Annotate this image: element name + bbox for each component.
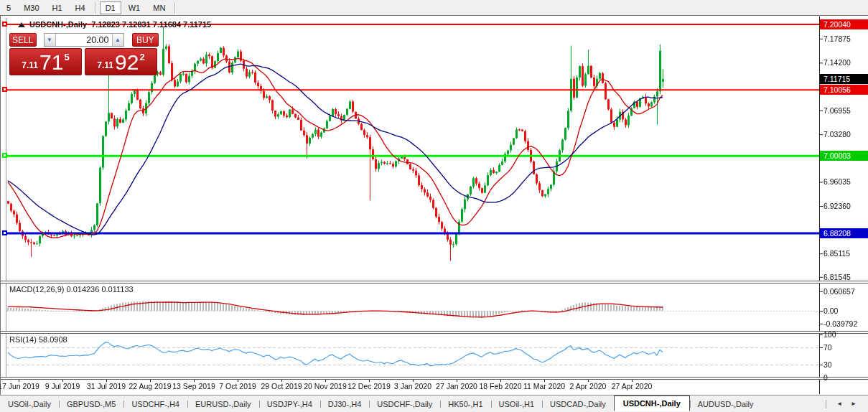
pane-left-border [6,18,6,379]
timeframe-button-d1[interactable]: D1 [100,1,121,14]
toolbar-separator [95,2,96,14]
date-tick-label: 7 Oct 2019 [219,382,256,390]
pane-splitter-rsi[interactable] [1,331,868,334]
rsi-tick-label: 70 [823,343,832,352]
date-tick-label: 3 Jan 2020 [394,382,431,390]
sell-price-sup: 5 [64,52,69,62]
sell-price-big: 71 [39,52,63,72]
rsi-label: RSI(14) 58.0908 [9,335,67,344]
date-tick-label: 17 Jun 2019 [0,382,39,390]
macd-tick-label: 0.060657 [823,287,855,296]
tab-separator [826,400,826,408]
volume-decrease-button[interactable]: ▼ [45,34,56,46]
chart-tab-usoil-h1[interactable]: USOil-,H1 [491,397,543,411]
chart-tab-usdcad-daily[interactable]: USDCAD-,Daily [542,397,614,411]
rsi-tick-label: 100 [823,330,836,339]
price-tick-label: 7.06955 [823,106,851,115]
chart-tab-usoil-daily[interactable]: USOil-,Daily [0,397,59,411]
sell-button[interactable]: SELL [9,33,37,47]
macd-tick-label: -0.039792 [823,319,857,328]
date-tick-label: 9 Jul 2019 [45,382,80,390]
chart-title-row: USDCNH-,Daily 7.12823 7.12831 7.11684 7.… [18,19,211,29]
chart-tab-bar: USOil-,DailyGBPUSD-,M5USDCHF-,H4EURUSD-,… [0,395,868,412]
timeframe-button-5[interactable]: 5 [1,1,17,14]
level-anchor-square[interactable] [2,153,7,158]
price-level-badge: 7.00003 [820,151,868,161]
date-tick-label: 27 Jan 2020 [436,382,477,390]
timeframe-button-w1[interactable]: W1 [123,1,146,14]
date-tick-label: 11 Mar 2020 [523,382,565,390]
volume-input[interactable] [56,34,112,46]
price-tick-label: 7.14200 [823,58,851,67]
date-tick-label: 29 Oct 2019 [261,382,302,390]
chart-tab-usdcnh-daily[interactable]: USDCNH-,Daily [614,395,690,411]
chart-tab-gbpusd-m5[interactable]: GBPUSD-,M5 [59,397,123,411]
price-level-badge: 7.11715 [820,74,868,84]
chart-tab-hk50-h1[interactable]: HK50-,H1 [440,397,490,411]
timeframe-button-m30[interactable]: M30 [18,1,45,14]
pane-splitter-dates [1,377,868,380]
volume-stepper: ▼ ▲ [44,33,124,47]
tabs-scroll-left-icon[interactable]: ◄ [832,399,846,408]
timeframe-button-h4[interactable]: H4 [70,1,91,14]
level-anchor-square[interactable] [2,22,7,27]
tabs-scroll-right-icon[interactable]: ► [846,399,861,408]
chart-tab-audusd-daily[interactable]: AUDUSD-,Daily [690,397,762,411]
buy-button[interactable]: BUY [132,33,159,47]
toolbar-separator [174,2,176,14]
buy-price-prefix: 7.11 [97,60,113,70]
rsi-tick-label: 30 [823,360,832,369]
price-tick-label: 6.96035 [823,177,851,186]
price-tick-label: 6.85115 [823,249,850,258]
buy-price-big: 92 [115,52,139,72]
date-tick-label: 27 Apr 2020 [612,382,653,390]
level-anchor-square[interactable] [2,230,7,235]
chart-title: USDCNH-,Daily 7.12823 7.12831 7.11684 7.… [29,20,211,29]
pane-splitter-macd[interactable] [1,281,868,284]
sell-price-prefix: 7.11 [22,60,38,70]
price-tick-label: 6.81545 [823,273,851,281]
expand-triangle-icon[interactable] [18,22,25,27]
chart-tab-dj30-h4[interactable]: DJ30-,H4 [320,397,369,411]
price-axis-line [819,17,820,394]
price-tick-label: 6.92360 [823,202,851,210]
price-tick-label: 7.17875 [823,34,851,43]
rsi-tick-label: 0 [823,373,828,382]
price-level-badge: 7.10056 [820,85,868,95]
date-tick-label: 31 Jul 2019 [87,382,126,390]
sell-price-display[interactable]: 7.11 71 5 [9,48,82,75]
buy-price-sup: 2 [139,52,144,62]
date-tick-label: 20 Nov 2019 [304,382,347,390]
level-anchor-square[interactable] [2,87,7,92]
chart-tab-usdchf-h4[interactable]: USDCHF-,H4 [123,397,187,411]
date-tick-label: 13 Sep 2019 [172,382,215,390]
date-tick-label: 22 Aug 2019 [129,382,172,390]
price-level-badge: 6.88208 [820,228,868,238]
date-tick-label: 18 Feb 2020 [480,382,522,390]
buy-price-display[interactable]: 7.11 92 2 [85,48,157,75]
timeframe-toolbar: 5M30H1H4D1W1MN [0,0,868,16]
chart-tab-usdchf-daily[interactable]: USDCHF-,Daily [369,397,440,411]
price-tick-label: 7.03280 [823,130,851,139]
date-tick-label: 2 Apr 2020 [570,382,607,390]
timeframe-button-mn[interactable]: MN [147,1,171,14]
chart-tab-usdjpy-h4[interactable]: USDJPY-,H4 [259,397,320,411]
chart-tab-eurusd-daily[interactable]: EURUSD-,Daily [187,397,259,411]
price-level-badge: 7.20040 [820,19,868,29]
date-tick-label: 12 Dec 2019 [347,382,391,390]
chart-window: USDCNH-,Daily 7.12823 7.12831 7.11684 7.… [0,15,868,395]
macd-label: MACD(12,26,9) 0.014236 0.011133 [9,285,134,294]
macd-tick-label: 0.00 [823,306,838,315]
volume-increase-button[interactable]: ▲ [112,34,123,46]
timeframe-button-h1[interactable]: H1 [47,1,68,14]
one-click-trade-panel: SELL ▼ ▲ BUY 7.11 71 5 7.11 92 2 [9,33,159,75]
